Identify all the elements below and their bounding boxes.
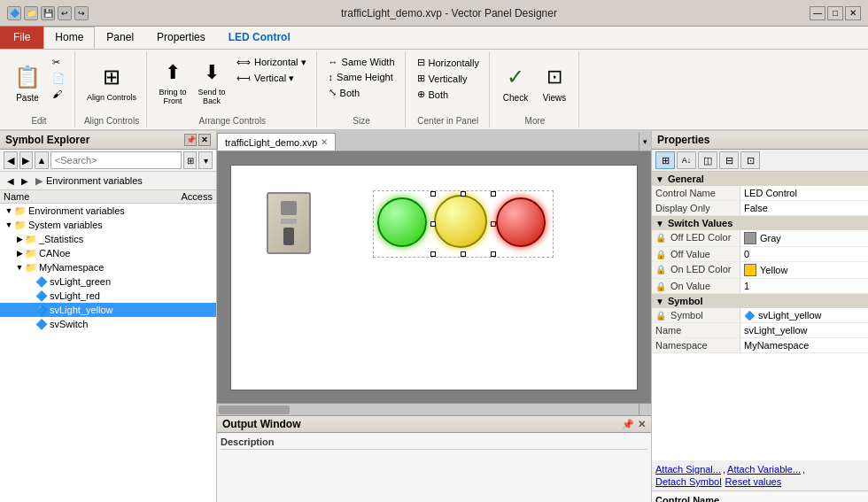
breadcrumb-forward-button[interactable]: ▶ xyxy=(18,174,32,188)
tree-item-svred[interactable]: 🔷 svLight_red xyxy=(0,289,216,303)
canvas-scroll-thumb-h[interactable] xyxy=(219,405,290,414)
output-close-button[interactable]: ✕ xyxy=(638,419,646,430)
tab-properties[interactable]: Properties xyxy=(145,27,217,49)
forward-button[interactable]: ▶ xyxy=(19,151,34,169)
detach-symbol-link[interactable]: Detach Symbol xyxy=(655,476,722,487)
led-red-container[interactable] xyxy=(496,197,549,251)
prop-alpha-button[interactable]: A↓ xyxy=(677,151,696,169)
panel-header-controls[interactable]: 📌 ✕ xyxy=(184,134,211,146)
same-width-button[interactable]: ↔ Same Width xyxy=(324,55,399,69)
handle-bl[interactable] xyxy=(430,251,436,257)
doc-tab-close-button[interactable]: ✕ xyxy=(321,137,328,147)
tree-item-myns[interactable]: ▼ 📁 MyNamespace xyxy=(0,260,216,274)
attach-variable-link[interactable]: Attach Variable... xyxy=(727,464,801,475)
tab-home[interactable]: Home xyxy=(43,27,95,49)
tree-item-sys[interactable]: ▼ 📁 System variables xyxy=(0,218,216,232)
led-yellow[interactable] xyxy=(434,195,487,248)
cut-button[interactable]: ✂ xyxy=(48,55,69,70)
prop-symbol-value[interactable]: 🔷 svLight_yellow xyxy=(740,308,868,322)
back-button[interactable]: ◀ xyxy=(4,151,18,169)
horizontal-button[interactable]: ⟺ Horizontal ▾ xyxy=(232,55,311,70)
stats-expand-icon[interactable]: ▶ xyxy=(14,235,25,243)
undo-icon[interactable]: ↩ xyxy=(58,6,72,20)
canvas-scrollbar-h[interactable] xyxy=(217,403,639,415)
tab-file[interactable]: File xyxy=(0,27,43,49)
breadcrumb-back-button[interactable]: ◀ xyxy=(4,174,18,188)
title-bar-icons[interactable]: 🔷 📁 💾 ↩ ↪ xyxy=(7,6,89,20)
prop-off-led-color-value[interactable]: Gray xyxy=(740,230,868,246)
doc-tab-main[interactable]: trafficLight_demo.xvp ✕ xyxy=(217,133,336,151)
search-input[interactable] xyxy=(50,151,182,169)
redo-icon[interactable]: ↪ xyxy=(74,6,89,20)
center-horizontally-button[interactable]: ⊟ Horizontally xyxy=(413,55,484,70)
handle-tm[interactable] xyxy=(461,191,466,197)
led-yellow-container[interactable] xyxy=(434,195,492,253)
tree-item-stats[interactable]: ▶ 📁 _Statistics xyxy=(0,232,216,246)
prop-namespace-value[interactable]: MyNamespace xyxy=(740,338,868,352)
prop-type2-button[interactable]: ⊟ xyxy=(719,151,739,169)
prop-control-name-value[interactable]: LED Control xyxy=(740,186,868,200)
output-pin-button[interactable]: 📌 xyxy=(622,419,634,430)
same-height-button[interactable]: ↕ Same Height xyxy=(324,70,399,84)
led-red[interactable] xyxy=(496,197,546,247)
switch-widget[interactable] xyxy=(267,192,323,263)
led-green[interactable] xyxy=(377,197,427,247)
copy-button[interactable]: 📄 xyxy=(48,71,69,86)
center-both-button[interactable]: ⊕ Both xyxy=(413,87,484,102)
handle-tr[interactable] xyxy=(491,191,496,197)
prop-on-led-color-value[interactable]: Yellow xyxy=(740,262,868,278)
views-button[interactable]: ⊡ Views xyxy=(536,55,573,110)
handle-br[interactable] xyxy=(491,251,496,257)
doc-tab-arrow[interactable]: ▾ xyxy=(639,133,651,151)
handle-ml[interactable] xyxy=(430,221,436,227)
minimize-button[interactable]: — xyxy=(810,6,825,20)
symbol-expand-icon[interactable]: ▼ xyxy=(655,297,664,306)
sys-expand-icon[interactable]: ▼ xyxy=(4,220,14,229)
new-icon[interactable]: 📁 xyxy=(24,6,38,20)
tree-item-env[interactable]: ▼ 📁 Environment variables xyxy=(0,204,216,218)
align-button[interactable]: ⊞ Align Controls xyxy=(82,55,141,110)
view-toggle-button[interactable]: ⊞ xyxy=(183,151,198,169)
canoe-expand-icon[interactable]: ▶ xyxy=(14,249,25,258)
send-back-button[interactable]: ⬇ Send toBack xyxy=(193,55,230,110)
attach-signal-link[interactable]: Attach Signal... xyxy=(655,464,721,475)
led-group[interactable] xyxy=(373,190,554,258)
tab-led-control[interactable]: LED Control xyxy=(217,27,302,49)
tree-item-svyellow[interactable]: 🔷 svLight_yellow xyxy=(0,303,216,317)
check-button[interactable]: ✓ Check xyxy=(497,55,534,110)
both-size-button[interactable]: ⤡ Both xyxy=(324,85,399,100)
handle-bm[interactable] xyxy=(461,251,466,257)
paste-button[interactable]: 📋 Paste xyxy=(9,55,46,110)
close-button[interactable]: ✕ xyxy=(845,6,861,20)
vertical-button[interactable]: ⟻ Vertical ▾ xyxy=(232,71,311,86)
options-button[interactable]: ▾ xyxy=(198,151,213,169)
tree-item-canoe[interactable]: ▶ 📁 CANoe xyxy=(0,246,216,260)
tab-panel[interactable]: Panel xyxy=(95,27,145,49)
window-controls[interactable]: — □ ✕ xyxy=(810,6,861,20)
maximize-button[interactable]: □ xyxy=(827,6,843,20)
save-icon[interactable]: 💾 xyxy=(41,6,55,20)
prop-type3-button[interactable]: ⊡ xyxy=(740,151,760,169)
canvas-area[interactable] xyxy=(217,151,651,415)
handle-tl[interactable] xyxy=(430,191,436,197)
general-expand-icon[interactable]: ▼ xyxy=(655,174,664,184)
myns-expand-icon[interactable]: ▼ xyxy=(14,263,25,272)
canvas-surface[interactable] xyxy=(230,165,638,390)
output-header-controls[interactable]: 📌 ✕ xyxy=(622,419,646,430)
tree-item-svswitch[interactable]: 🔷 svSwitch xyxy=(0,317,216,331)
prop-on-value-value[interactable]: 1 xyxy=(740,279,868,293)
center-vertically-button[interactable]: ⊞ Vertically xyxy=(413,71,484,86)
bring-front-button[interactable]: ⬆ Bring toFront xyxy=(154,55,191,110)
up-button[interactable]: ▲ xyxy=(35,151,49,169)
format-button[interactable]: 🖌 xyxy=(48,87,69,101)
pin-button[interactable]: 📌 xyxy=(184,134,197,146)
prop-categorized-button[interactable]: ⊞ xyxy=(655,151,675,169)
prop-symbol-name-value[interactable]: svLight_yellow xyxy=(740,323,868,337)
prop-display-only-value[interactable]: False xyxy=(740,201,868,215)
prop-type1-button[interactable]: ◫ xyxy=(698,151,717,169)
prop-off-value-value[interactable]: 0 xyxy=(740,247,868,261)
switch-values-expand-icon[interactable]: ▼ xyxy=(655,219,664,228)
reset-values-link[interactable]: Reset values xyxy=(725,476,782,487)
tree-item-svgreen[interactable]: 🔷 svLight_green xyxy=(0,274,216,289)
close-explorer-button[interactable]: ✕ xyxy=(198,134,211,146)
